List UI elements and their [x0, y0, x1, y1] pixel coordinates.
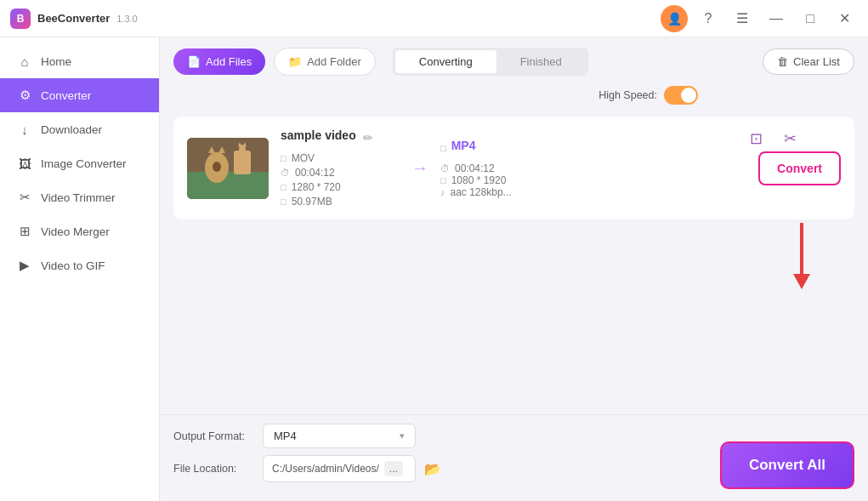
target-format-row: □ MP4	[440, 139, 576, 157]
svg-rect-1	[187, 172, 269, 199]
tab-group: Converting Finished	[393, 48, 588, 76]
target-resolution: 1080 * 1920	[451, 174, 507, 186]
top-bar: 📄 Add Files 📁 Add Folder Converting Fini…	[160, 37, 868, 86]
sidebar-item-label: Video Trimmer	[41, 191, 116, 204]
dots-button[interactable]: ...	[384, 461, 403, 476]
clear-list-label: Clear List	[793, 55, 840, 68]
minimize-button[interactable]: —	[763, 5, 790, 32]
title-bar-left: B BeeConverter 1.3.0	[10, 9, 138, 29]
help-button[interactable]: ?	[695, 5, 722, 32]
file-location-label: File Location:	[173, 463, 254, 475]
main-layout: ⌂ Home ⚙ Converter ↓ Downloader 🖼 Image …	[0, 37, 868, 501]
video-trimmer-icon: ✂	[17, 190, 32, 205]
source-duration-row: ⏱ 00:04:12	[281, 167, 400, 179]
format-value: MP4	[274, 430, 297, 442]
close-button[interactable]: ✕	[831, 5, 858, 32]
thumbnail-image	[187, 138, 269, 199]
source-format-row: □ MOV	[281, 152, 400, 164]
file-item: sample video ✏ □ MOV ⏱ 00:04:12	[173, 117, 854, 219]
file-list-area: sample video ✏ □ MOV ⏱ 00:04:12	[160, 108, 868, 414]
sidebar-item-label: Video Merger	[41, 225, 110, 238]
sidebar-item-video-trimmer[interactable]: ✂ Video Trimmer	[0, 180, 159, 214]
file-location-input: C:/Users/admin/Videos/ ...	[263, 455, 416, 482]
target-duration: 00:04:12	[455, 162, 495, 174]
high-speed-row: High Speed:	[160, 86, 868, 105]
sidebar-item-label: Home	[41, 55, 71, 68]
file-info: sample video ✏ □ MOV ⏱ 00:04:12	[281, 128, 400, 208]
size-icon: □	[281, 196, 286, 207]
source-duration: 00:04:12	[295, 167, 335, 179]
audio-icon: ♪	[440, 187, 445, 197]
target-clock-icon: ⏱	[440, 163, 450, 174]
output-info: □ MP4 ⏱ 00:04:12 □ 1080 * 1920 ♪ aac 128…	[440, 139, 576, 198]
clear-icon: 🗑	[777, 55, 788, 68]
home-icon: ⌂	[17, 54, 32, 69]
target-audio: aac 128kbp...	[451, 186, 512, 198]
converter-icon: ⚙	[17, 88, 32, 103]
action-icons: ⊡ ✂	[742, 125, 803, 152]
target-audio-row: ♪ aac 128kbp...	[440, 186, 576, 198]
add-files-label: Add Files	[206, 55, 252, 68]
clear-list-button[interactable]: 🗑 Clear List	[763, 48, 854, 75]
add-files-button[interactable]: 📄 Add Files	[173, 48, 265, 75]
menu-button[interactable]: ☰	[729, 5, 756, 32]
target-resolution-row: □ 1080 * 1920	[440, 174, 576, 186]
title-bar-controls: 👤 ? ☰ — □ ✕	[661, 5, 858, 32]
app-name: BeeConverter	[37, 12, 110, 25]
edit-icon[interactable]: ✏	[363, 131, 373, 145]
title-bar: B BeeConverter 1.3.0 👤 ? ☰ — □ ✕	[0, 0, 868, 37]
app-logo: B	[10, 9, 31, 29]
convert-all-button[interactable]: Convert All	[720, 441, 854, 489]
convert-button[interactable]: Convert	[758, 151, 841, 185]
sidebar-item-video-merger[interactable]: ⊞ Video Merger	[0, 214, 159, 248]
sidebar-item-label: Video to GIF	[41, 259, 105, 272]
format-icon: □	[281, 153, 286, 163]
add-folder-button[interactable]: 📁 Add Folder	[274, 48, 376, 76]
svg-rect-6	[234, 151, 251, 174]
output-format-label: Output Format:	[173, 430, 254, 442]
image-converter-icon: 🖼	[17, 156, 32, 171]
sidebar-item-converter[interactable]: ⚙ Converter	[0, 78, 159, 112]
sidebar-item-home[interactable]: ⌂ Home	[0, 44, 159, 78]
source-size: 50.97MB	[292, 196, 332, 208]
tab-converting[interactable]: Converting	[395, 50, 496, 73]
tab-finished[interactable]: Finished	[496, 50, 586, 73]
compress-icon-button[interactable]: ⊡	[742, 125, 769, 152]
cut-icon-button[interactable]: ✂	[776, 125, 803, 152]
file-meta: □ MOV ⏱ 00:04:12 □ 1280 * 720 □	[281, 152, 400, 208]
clock-icon: ⏱	[281, 168, 290, 178]
target-format-icon: □	[440, 143, 446, 153]
open-folder-button[interactable]: 📂	[424, 461, 441, 477]
video-merger-icon: ⊞	[17, 224, 32, 239]
chevron-down-icon: ▾	[400, 430, 405, 441]
high-speed-toggle[interactable]	[664, 86, 698, 105]
source-size-row: □ 50.97MB	[281, 196, 400, 208]
target-resolution-icon: □	[440, 175, 446, 185]
convert-arrow-icon: →	[411, 158, 428, 178]
sidebar-item-downloader[interactable]: ↓ Downloader	[0, 112, 159, 146]
add-files-icon: 📄	[187, 55, 201, 68]
output-format-select[interactable]: MP4 ▾	[263, 424, 416, 448]
sidebar-item-label: Converter	[41, 89, 91, 102]
arrow-head	[793, 274, 810, 289]
source-resolution-row: □ 1280 * 720	[281, 181, 400, 193]
downloader-icon: ↓	[17, 122, 32, 137]
source-resolution: 1280 * 720	[292, 181, 341, 193]
high-speed-label: High Speed:	[599, 89, 657, 101]
target-duration-row: ⏱ 00:04:12	[440, 162, 576, 174]
sidebar: ⌂ Home ⚙ Converter ↓ Downloader 🖼 Image …	[0, 37, 160, 501]
file-location-value: C:/Users/admin/Videos/	[272, 463, 379, 475]
file-name: sample video	[281, 128, 356, 142]
target-format: MP4	[451, 139, 476, 152]
avatar-button[interactable]: 👤	[661, 5, 688, 32]
add-folder-icon: 📁	[288, 55, 302, 68]
maximize-button[interactable]: □	[797, 5, 824, 32]
red-arrow	[793, 223, 810, 289]
sidebar-item-video-to-gif[interactable]: ▶ Video to GIF	[0, 248, 159, 282]
arrow-annotation	[173, 223, 854, 289]
file-thumbnail	[187, 138, 269, 199]
sidebar-item-label: Image Converter	[41, 157, 127, 170]
sidebar-item-image-converter[interactable]: 🖼 Image Converter	[0, 146, 159, 180]
add-folder-label: Add Folder	[307, 55, 361, 68]
bottom-bar: Output Format: MP4 ▾ File Location: C:/U…	[160, 414, 868, 501]
